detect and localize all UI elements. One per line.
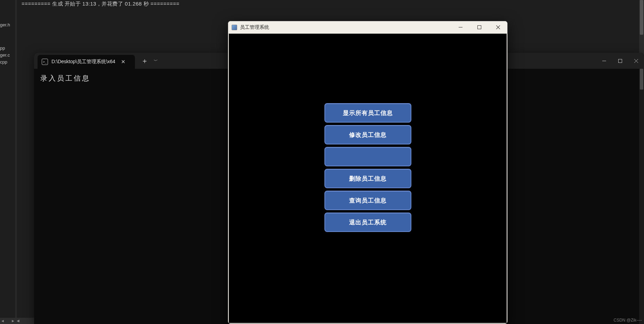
- project-tree-file[interactable]: pp: [0, 45, 5, 51]
- project-tree-file[interactable]: ger.c: [0, 52, 10, 58]
- show-all-employees-button[interactable]: 显示所有员工信息: [324, 103, 411, 123]
- app-icon: [232, 25, 237, 30]
- app-body: 显示所有员工信息 修改员工信息 删除员工信息 查询员工信息 退出员工系统: [229, 34, 507, 323]
- minimize-button[interactable]: [452, 22, 468, 33]
- close-button[interactable]: [628, 53, 644, 69]
- svg-rect-5: [477, 26, 481, 29]
- project-tree-file[interactable]: cpp: [0, 59, 7, 65]
- watermark: CSDN @Zik----: [614, 318, 642, 323]
- app-title: 员工管理系统: [240, 24, 269, 31]
- terminal-output-line: 录入员工信息: [40, 74, 90, 82]
- terminal-scrollbar-thumb[interactable]: [640, 69, 643, 90]
- build-output-line: ========= 生成 开始于 13:13，并花费了 01.268 秒 ===…: [17, 0, 644, 10]
- terminal-tab-title: D:\Desktop\员工管理系统\x64: [51, 59, 115, 65]
- tab-dropdown-icon[interactable]: ﹀: [154, 58, 158, 64]
- app-window: 员工管理系统 显示所有员工信息 修改员工信息 删除员工信息 查询员工信息 退出员…: [228, 21, 508, 324]
- terminal-tab[interactable]: D:\Desktop\员工管理系统\x64 ✕: [38, 55, 135, 69]
- scroll-right-icon[interactable]: ▶: [11, 319, 15, 323]
- maximize-button[interactable]: [471, 22, 487, 33]
- new-tab-button[interactable]: ＋: [141, 56, 148, 66]
- edit-employee-button[interactable]: 修改员工信息: [324, 125, 411, 144]
- terminal-icon: [42, 59, 48, 65]
- terminal-vertical-scrollbar[interactable]: [639, 69, 644, 324]
- project-tree-sliver: ger.hppger.ccpp: [0, 0, 14, 324]
- maximize-button[interactable]: [612, 53, 628, 69]
- query-employee-button[interactable]: 查询员工信息: [324, 191, 411, 210]
- tree-horizontal-scrollbar[interactable]: ◀ ▶: [0, 318, 15, 324]
- ide-scrollbar-thumb[interactable]: [640, 0, 643, 35]
- blank-button[interactable]: [324, 147, 411, 166]
- close-button[interactable]: [490, 22, 506, 33]
- svg-rect-1: [618, 59, 622, 63]
- delete-employee-button[interactable]: 删除员工信息: [324, 169, 411, 188]
- close-tab-icon[interactable]: ✕: [121, 59, 126, 65]
- ide-divider: [15, 0, 17, 324]
- minimize-button[interactable]: [596, 53, 612, 69]
- project-tree-file[interactable]: ger.h: [0, 22, 10, 27]
- build-output-text: ========= 生成 开始于 13:13，并花费了 01.268 秒 ===…: [22, 1, 179, 7]
- scroll-left-icon[interactable]: ◀: [16, 319, 20, 323]
- app-titlebar[interactable]: 员工管理系统: [228, 21, 507, 34]
- exit-system-button[interactable]: 退出员工系统: [324, 213, 411, 232]
- scroll-left-icon[interactable]: ◀: [1, 319, 4, 323]
